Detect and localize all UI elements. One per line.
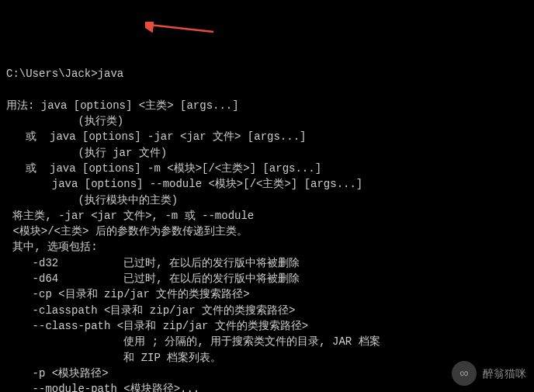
watermark-text: 醉翁猫咪 [483, 366, 526, 381]
output-line: 或 java [options] -m <模块>[/<主类>] [args...… [6, 161, 528, 176]
watermark: ∞ 醉翁猫咪 [452, 361, 526, 386]
output-line: (执行模块中的主类) [6, 193, 528, 208]
wechat-icon: ∞ [452, 361, 477, 386]
output-line: 和 ZIP 档案列表。 [6, 350, 528, 366]
output-line: -d32 已过时, 在以后的发行版中将被删除 [6, 255, 528, 271]
svg-line-1 [150, 25, 213, 32]
output-line: 使用 ; 分隔的, 用于搜索类文件的目录, JAR 档案 [6, 334, 528, 349]
output-line: 或 java [options] -jar <jar 文件> [args...] [6, 129, 528, 144]
output-line: <模块>/<主类> 后的参数作为参数传递到主类。 [6, 224, 528, 239]
output-line: java [options] --module <模块>[/<主类>] [arg… [6, 176, 528, 192]
output-line: 用法: java [options] <主类> [args...] [6, 98, 528, 113]
output-line: -d64 已过时, 在以后的发行版中将被删除 [6, 271, 528, 286]
output-line: (执行类) [6, 113, 528, 129]
annotation-arrow [132, 6, 215, 41]
command-prompt-line[interactable]: C:\Users\Jack>java [6, 66, 528, 82]
output-line: --module-path <模块路径>... [6, 381, 528, 392]
output-line: -classpath <目录和 zip/jar 文件的类搜索路径> [6, 303, 528, 318]
output-line: --class-path <目录和 zip/jar 文件的类搜索路径> [6, 318, 528, 334]
output-line: -p <模块路径> [6, 366, 528, 381]
terminal-output: 用法: java [options] <主类> [args...] (执行类) … [6, 98, 528, 392]
output-line: -cp <目录和 zip/jar 文件的类搜索路径> [6, 286, 528, 302]
output-line: 将主类, -jar <jar 文件>, -m 或 --module [6, 208, 528, 224]
output-line: 其中, 选项包括: [6, 239, 528, 255]
output-line: (执行 jar 文件) [6, 145, 528, 161]
